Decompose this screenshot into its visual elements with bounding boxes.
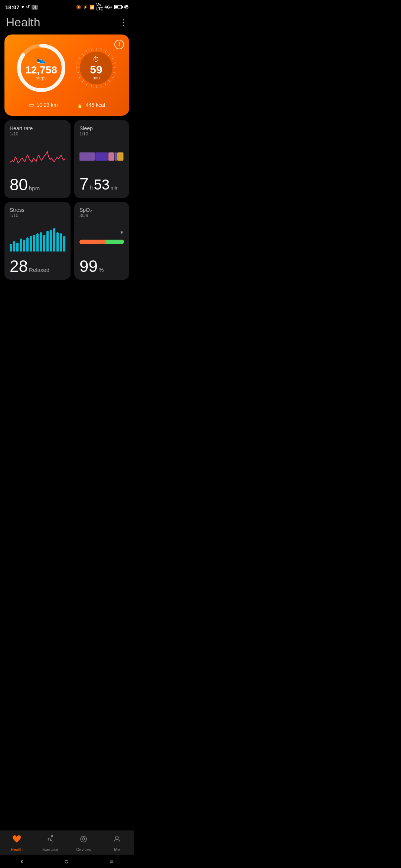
distance-value: 10.23 km bbox=[36, 102, 58, 108]
spo2-unit: % bbox=[99, 267, 104, 273]
sleep-title: Sleep bbox=[79, 125, 124, 131]
stress-value: 28 bbox=[10, 258, 28, 274]
steps-inner: 👟 12,758 steps bbox=[25, 55, 57, 80]
svg-line-12 bbox=[108, 80, 111, 82]
heart-rate-value-row: 80 bpm bbox=[10, 177, 65, 193]
spo2-bar bbox=[79, 240, 124, 244]
heart-rate-title: Heart rate bbox=[10, 125, 65, 131]
spo2-card[interactable]: SpO₂ 30/9 ▼ 99 % bbox=[74, 202, 129, 280]
spo2-bar-green bbox=[106, 240, 124, 244]
stress-value-row: 28 Relaxed bbox=[10, 258, 65, 274]
distance-icon: ▭ bbox=[29, 101, 34, 108]
svg-rect-30 bbox=[108, 152, 114, 161]
sleep-minutes-unit: min bbox=[111, 185, 118, 191]
stress-label: Relaxed bbox=[29, 267, 49, 273]
status-left: 18:07 ♥ ↺ 31 bbox=[5, 4, 38, 10]
stress-chart bbox=[10, 222, 65, 255]
active-time-value: 59 bbox=[90, 64, 102, 75]
metrics-grid: Heart rate 1/10 80 bpm Sleep 1/10 bbox=[0, 120, 134, 283]
svg-rect-29 bbox=[95, 152, 108, 161]
svg-line-8 bbox=[113, 63, 115, 63]
svg-line-17 bbox=[86, 83, 87, 85]
sleep-value-row: 7 h 53 min bbox=[79, 176, 124, 193]
svg-line-11 bbox=[112, 77, 114, 78]
heart-rate-value: 80 bbox=[10, 177, 28, 193]
svg-line-5 bbox=[105, 50, 106, 52]
active-time-circle[interactable]: ⏱ 59 min bbox=[74, 46, 118, 90]
svg-line-18 bbox=[82, 80, 84, 82]
svg-line-22 bbox=[77, 63, 79, 63]
more-menu-button[interactable]: ⋮ bbox=[120, 18, 128, 27]
svg-line-7 bbox=[112, 58, 114, 59]
spo2-chart: ▼ bbox=[79, 222, 124, 255]
wifi-icon: 📶 bbox=[89, 5, 95, 10]
page-title: Health bbox=[6, 16, 40, 29]
calories-stat: 🔥 445 kcal bbox=[76, 101, 105, 108]
svg-line-24 bbox=[82, 54, 84, 56]
sleep-hours-unit: h bbox=[89, 184, 92, 191]
heart-monitor-icon: ♥ bbox=[21, 4, 24, 10]
svg-line-20 bbox=[77, 72, 79, 73]
spo2-bar-orange bbox=[79, 240, 106, 244]
stress-card[interactable]: Stress 1/10 bbox=[4, 202, 71, 280]
svg-line-4 bbox=[101, 49, 101, 51]
svg-rect-31 bbox=[115, 152, 117, 161]
metrics-row: 👟 12,758 steps bbox=[12, 42, 122, 94]
stress-title: Stress bbox=[10, 207, 65, 213]
active-time-label: min bbox=[90, 75, 102, 80]
heart-rate-card[interactable]: Heart rate 1/10 80 bpm bbox=[4, 120, 71, 198]
secondary-stats: ▭ 10.23 km 🔥 445 kcal bbox=[12, 100, 122, 108]
sleep-hours: 7 bbox=[79, 176, 88, 192]
activity-card: i 👟 12,758 steps bbox=[4, 34, 129, 116]
timer-inner: ⏱ 59 min bbox=[90, 56, 102, 80]
svg-line-13 bbox=[105, 83, 106, 85]
sleep-date: 1/10 bbox=[79, 131, 124, 137]
status-right: 🔕 ⚡ 📶 VoLTE 4G+ 45 bbox=[76, 3, 128, 11]
svg-line-14 bbox=[101, 85, 101, 87]
spo2-title: SpO₂ bbox=[79, 207, 124, 213]
signal-icon: VoLTE bbox=[96, 3, 103, 11]
bluetooth-icon: ⚡ bbox=[83, 5, 88, 10]
steps-label: steps bbox=[25, 75, 57, 80]
status-bar: 18:07 ♥ ↺ 31 🔕 ⚡ 📶 VoLTE 4G+ 45 bbox=[0, 0, 134, 13]
sleep-chart bbox=[79, 140, 124, 173]
flame-icon: 🔥 bbox=[76, 101, 84, 108]
calories-value: 445 kcal bbox=[86, 102, 105, 108]
battery-percent: 45 bbox=[124, 4, 128, 10]
spo2-indicator-arrow: ▼ bbox=[120, 230, 124, 235]
distance-stat: ▭ 10.23 km bbox=[29, 101, 58, 108]
steps-circle[interactable]: 👟 12,758 steps bbox=[15, 42, 67, 94]
svg-rect-32 bbox=[117, 152, 124, 161]
stat-divider bbox=[67, 102, 67, 108]
heart-rate-unit: bpm bbox=[29, 185, 40, 191]
shoe-icon: 👟 bbox=[25, 55, 57, 64]
stress-date: 1/10 bbox=[10, 213, 65, 218]
battery-icon bbox=[114, 5, 122, 9]
calendar-icon: 31 bbox=[32, 5, 38, 10]
steps-value: 12,758 bbox=[25, 65, 57, 75]
svg-line-16 bbox=[91, 85, 92, 87]
timer-icon: ⏱ bbox=[90, 56, 102, 63]
svg-line-10 bbox=[113, 72, 115, 73]
mute-icon: 🔕 bbox=[76, 5, 81, 10]
svg-line-19 bbox=[79, 77, 81, 78]
spo2-value-row: 99 % bbox=[79, 258, 124, 274]
spo2-date: 30/9 bbox=[79, 213, 124, 218]
sleep-minutes: 53 bbox=[94, 177, 110, 193]
activity-icon: ↺ bbox=[26, 4, 30, 10]
heart-rate-date: 1/10 bbox=[10, 131, 65, 137]
svg-line-25 bbox=[86, 50, 87, 52]
svg-rect-28 bbox=[79, 152, 95, 161]
spo2-value: 99 bbox=[79, 258, 98, 274]
sleep-card[interactable]: Sleep 1/10 7 h 53 min bbox=[74, 120, 129, 198]
heart-rate-chart bbox=[10, 140, 65, 174]
svg-line-26 bbox=[91, 49, 92, 51]
network-bars: 4G+ bbox=[105, 5, 113, 9]
svg-line-23 bbox=[79, 58, 81, 59]
app-header: Health ⋮ bbox=[0, 13, 134, 34]
svg-line-6 bbox=[108, 54, 111, 56]
time-display: 18:07 bbox=[5, 4, 19, 10]
